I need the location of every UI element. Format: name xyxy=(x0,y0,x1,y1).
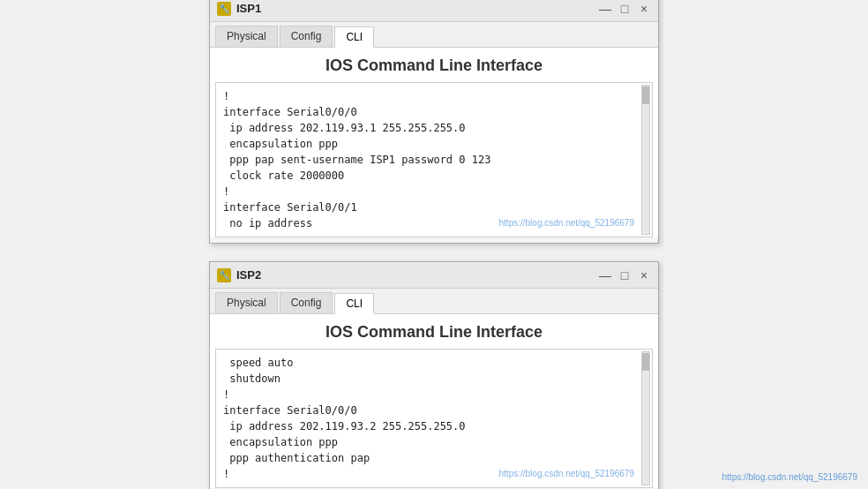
isp1-cli-area[interactable]: ! interface Serial0/0/0 ip address 202.1… xyxy=(215,82,653,237)
isp1-scrollbar-thumb xyxy=(642,87,649,104)
isp2-cli-text: speed auto shutdown ! interface Serial0/… xyxy=(223,355,645,482)
isp2-section-title: IOS Command Line Interface xyxy=(210,314,658,349)
isp1-minimize-button[interactable]: — xyxy=(598,2,612,16)
isp2-window: 🔧 ISP2 — □ × Physical Config CLI IOS Com… xyxy=(209,261,659,489)
isp2-cli-area[interactable]: speed auto shutdown ! interface Serial0/… xyxy=(215,349,653,488)
isp2-title-bar: 🔧 ISP2 — □ × xyxy=(210,262,658,289)
isp1-tab-config[interactable]: Config xyxy=(280,26,333,47)
isp1-tab-bar: Physical Config CLI xyxy=(210,22,658,48)
isp1-window: 🔧 ISP1 — □ × Physical Config CLI IOS Com… xyxy=(209,0,659,244)
isp1-icon: 🔧 xyxy=(217,2,231,16)
isp1-cli-text: ! interface Serial0/0/0 ip address 202.1… xyxy=(223,88,645,231)
isp1-maximize-button[interactable]: □ xyxy=(617,2,632,16)
isp1-section-title: IOS Command Line Interface xyxy=(210,48,658,82)
isp2-watermark: https://blog.csdn.net/qq_52196679 xyxy=(499,469,634,478)
isp1-watermark: https://blog.csdn.net/qq_52196679 xyxy=(499,218,634,228)
isp1-title-left: 🔧 ISP1 xyxy=(217,2,261,16)
isp2-content: IOS Command Line Interface speed auto sh… xyxy=(210,314,658,488)
page-watermark: https://blog.csdn.net/qq_52196679 xyxy=(722,472,857,482)
isp1-tab-physical[interactable]: Physical xyxy=(215,26,278,47)
isp2-tab-cli[interactable]: CLI xyxy=(334,293,374,314)
isp2-close-button[interactable]: × xyxy=(637,268,651,282)
isp2-tab-config[interactable]: Config xyxy=(280,292,333,313)
isp1-scrollbar[interactable] xyxy=(641,85,650,235)
isp1-title-bar: 🔧 ISP1 — □ × xyxy=(210,0,658,22)
isp2-scrollbar[interactable] xyxy=(641,351,650,485)
isp1-tab-cli[interactable]: CLI xyxy=(334,26,374,48)
isp1-window-controls: — □ × xyxy=(598,2,651,16)
isp2-title: ISP2 xyxy=(236,268,261,282)
isp2-icon: 🔧 xyxy=(217,268,231,282)
isp2-scrollbar-thumb xyxy=(642,353,649,371)
isp2-maximize-button[interactable]: □ xyxy=(617,268,632,282)
isp1-content: IOS Command Line Interface ! interface S… xyxy=(210,48,658,237)
isp2-minimize-button[interactable]: — xyxy=(598,268,612,282)
isp2-tab-physical[interactable]: Physical xyxy=(215,292,278,313)
isp1-close-button[interactable]: × xyxy=(637,2,651,16)
isp2-window-controls: — □ × xyxy=(598,268,651,282)
isp2-title-left: 🔧 ISP2 xyxy=(217,268,261,282)
isp2-tab-bar: Physical Config CLI xyxy=(210,289,658,314)
isp1-title: ISP1 xyxy=(236,2,261,15)
